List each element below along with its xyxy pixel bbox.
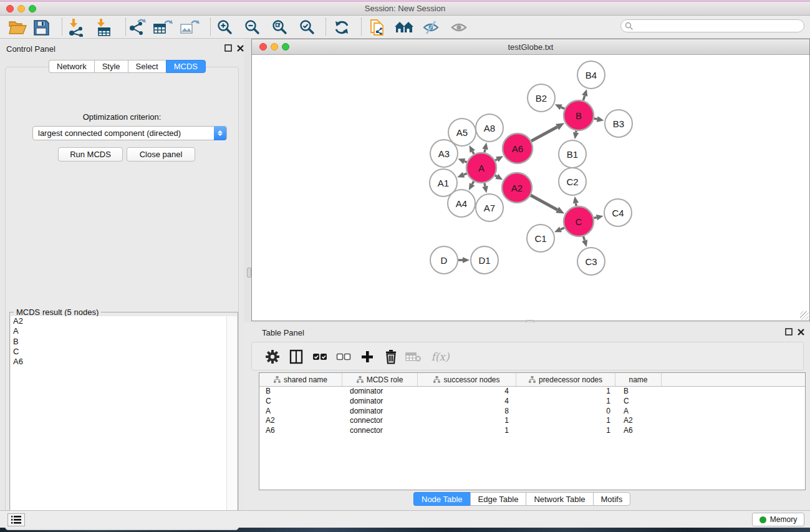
column-selector-icon[interactable] <box>287 347 306 366</box>
mcds-result-list[interactable]: A2ABCA6 <box>11 316 228 525</box>
tab-edge-table[interactable]: Edge Table <box>470 492 526 506</box>
table-cell[interactable]: connector <box>342 416 418 426</box>
search-input[interactable] <box>634 22 804 31</box>
graph-edge-B-B4[interactable] <box>583 95 584 100</box>
table-cell[interactable]: C <box>259 397 342 407</box>
tab-select[interactable]: Select <box>128 60 166 73</box>
graph-edge-B-B2[interactable] <box>561 107 565 109</box>
graph-edge-A2-C[interactable] <box>531 195 557 210</box>
table-cell[interactable]: dominator <box>342 407 418 417</box>
close-panel-icon[interactable] <box>236 44 244 52</box>
export-table-icon[interactable] <box>153 17 173 37</box>
import-table-icon[interactable] <box>94 17 113 37</box>
column-header-shared-name[interactable]: shared name <box>259 373 342 386</box>
table-cell[interactable]: dominator <box>342 397 418 407</box>
graph-edge-A-A5[interactable] <box>473 152 474 154</box>
table-cell[interactable]: 4 <box>418 397 516 407</box>
table-cell[interactable]: 1 <box>418 426 516 436</box>
close-panel-button[interactable]: Close panel <box>127 147 195 162</box>
search-field[interactable] <box>620 19 804 32</box>
table-cell[interactable]: connector <box>342 426 418 436</box>
refresh-layout-icon[interactable] <box>332 17 352 37</box>
save-session-icon[interactable] <box>31 17 51 37</box>
table-cell[interactable]: 0 <box>516 407 615 417</box>
table-cell[interactable] <box>662 387 805 397</box>
table-cell[interactable]: A6 <box>259 426 342 436</box>
mcds-result-item[interactable]: A2 <box>11 316 228 326</box>
network-window-titlebar[interactable]: testGlobe.txt <box>252 39 809 55</box>
graph-edge-C-C4[interactable] <box>594 218 596 218</box>
graph-edge-B-B3[interactable] <box>594 118 597 119</box>
table-row[interactable]: A6connector11A6 <box>259 426 805 436</box>
table-cell[interactable]: dominator <box>342 387 418 397</box>
graph-edge-C-C3[interactable] <box>583 236 584 241</box>
table-cell[interactable]: A <box>259 407 342 417</box>
graph-edge-A-A4[interactable] <box>472 181 474 185</box>
close-table-panel-icon[interactable] <box>797 328 805 336</box>
run-mcds-button[interactable]: Run MCDS <box>58 147 123 162</box>
table-row[interactable]: A2connector11A2 <box>259 416 805 426</box>
table-cell[interactable]: B <box>615 387 662 397</box>
table-cell[interactable]: 1 <box>516 416 615 426</box>
table-cell[interactable]: 1 <box>516 426 615 436</box>
select-all-icon[interactable] <box>311 347 329 366</box>
node-table[interactable]: shared name MCDS role successor nodes pr… <box>259 372 806 490</box>
export-image-icon[interactable] <box>180 17 200 37</box>
tab-network-table[interactable]: Network Table <box>526 492 592 506</box>
memory-button[interactable]: Memory <box>752 513 804 526</box>
mcds-result-item[interactable]: B <box>11 337 228 347</box>
add-row-icon[interactable] <box>358 347 377 366</box>
graph-edge-C-C2[interactable] <box>576 203 576 206</box>
tab-network[interactable]: Network <box>49 60 94 73</box>
tab-node-table[interactable]: Node Table <box>413 492 470 506</box>
table-row[interactable]: Cdominator41C <box>259 397 805 407</box>
table-row[interactable]: Bdominator41B <box>259 387 805 397</box>
deselect-all-icon[interactable] <box>334 347 353 366</box>
show-eye-icon[interactable] <box>449 17 469 37</box>
network-canvas[interactable]: B4B2BB3B1A5A8A6A3AA1C2A4A7A2C4CC1C3DD1 <box>252 55 809 321</box>
import-network-icon[interactable] <box>66 17 86 37</box>
table-cell[interactable] <box>662 397 805 407</box>
table-cell[interactable]: 8 <box>418 407 516 417</box>
network-graph[interactable]: B4B2BB3B1A5A8A6A3AA1C2A4A7A2C4CC1C3DD1 <box>252 55 809 321</box>
table-cell[interactable]: 1 <box>516 387 615 397</box>
table-cell[interactable]: 1 <box>418 416 516 426</box>
export-network-icon[interactable] <box>127 17 147 37</box>
delete-row-trash-icon[interactable] <box>382 347 400 366</box>
column-header-mcds-role[interactable]: MCDS role <box>342 373 418 386</box>
copy-current-network-icon[interactable] <box>368 17 388 37</box>
table-cell[interactable]: B <box>259 387 342 397</box>
criterion-dropdown[interactable]: largest connected component (directed) <box>32 126 227 140</box>
hide-selected-icon[interactable] <box>421 17 441 37</box>
mcds-result-scrollbar[interactable] <box>226 316 237 525</box>
home-icons[interactable] <box>394 17 414 37</box>
delete-table-icon[interactable] <box>404 347 423 366</box>
zoom-selected-icon[interactable] <box>297 17 317 37</box>
table-cell[interactable] <box>662 407 805 417</box>
graph-edge-A-A6[interactable] <box>495 159 497 160</box>
zoom-out-icon[interactable] <box>243 17 263 37</box>
table-cell[interactable]: 1 <box>516 397 615 407</box>
tab-style[interactable]: Style <box>94 60 128 73</box>
float-panel-icon[interactable] <box>224 44 233 52</box>
column-header-predecessor-nodes[interactable]: predecessor nodes <box>516 373 615 386</box>
tab-motifs[interactable]: Motifs <box>593 492 631 506</box>
open-session-icon[interactable] <box>7 17 27 37</box>
mcds-result-item[interactable]: A <box>11 326 228 336</box>
mcds-result-item[interactable]: A6 <box>11 357 228 367</box>
function-builder-icon[interactable]: f(x) <box>428 347 453 366</box>
table-cell[interactable]: A <box>615 407 662 417</box>
column-header-successor-nodes[interactable]: successor nodes <box>418 373 516 386</box>
table-cell[interactable] <box>662 426 805 436</box>
table-cell[interactable] <box>662 416 805 426</box>
table-cell[interactable]: A2 <box>615 416 662 426</box>
graph-edge-A6-B[interactable] <box>531 127 557 142</box>
column-header-name[interactable]: name <box>615 373 662 386</box>
graph-edge-A-A8[interactable] <box>485 149 485 152</box>
table-cell[interactable]: A6 <box>615 426 662 436</box>
zoom-in-icon[interactable] <box>215 17 235 37</box>
mcds-result-item[interactable]: C <box>11 347 228 357</box>
table-cell[interactable]: C <box>615 397 662 407</box>
task-history-button[interactable] <box>7 513 25 526</box>
graph-edge-C-C1[interactable] <box>561 228 564 230</box>
